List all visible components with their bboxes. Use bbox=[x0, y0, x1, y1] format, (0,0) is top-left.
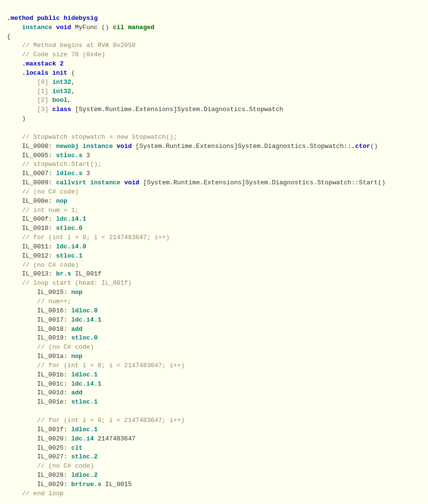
code-line bbox=[7, 124, 421, 133]
code-line: .method public hidebysig bbox=[7, 14, 421, 23]
code-line: IL_0005: stloc.s 3 bbox=[7, 151, 421, 161]
code-line: instance void MyFunc () cil managed bbox=[7, 23, 421, 33]
code-line: // (no C# code) bbox=[7, 343, 421, 352]
code-line: .maxstack 2 bbox=[7, 60, 421, 69]
code-line: // (no C# code) bbox=[7, 188, 421, 197]
code-line: IL_0020: ldc.i4 2147483647 bbox=[7, 435, 421, 444]
code-line: // loop start (head: IL_001f) bbox=[7, 279, 421, 288]
code-line: // int num = 1; bbox=[7, 206, 421, 215]
code-line: IL_0000: newobj instance void [System.Ru… bbox=[7, 142, 421, 151]
code-line: IL_0029: brtrue.s IL_0015 bbox=[7, 480, 421, 489]
code-line: IL_001b: ldloc.1 bbox=[7, 371, 421, 380]
code-line: IL_0016: ldloc.0 bbox=[7, 307, 421, 316]
code-line: // for (int i = 0; i < 2147483647; i++) bbox=[7, 361, 421, 371]
code-line: ) bbox=[7, 114, 421, 124]
code-line: IL_000e: nop bbox=[7, 197, 421, 206]
code-line bbox=[7, 407, 421, 416]
code-line: IL_001a: nop bbox=[7, 352, 421, 361]
code-line: IL_0019: stloc.0 bbox=[7, 334, 421, 343]
code-line bbox=[7, 499, 421, 504]
code-line: // num++; bbox=[7, 297, 421, 307]
code-line: IL_001e: stloc.1 bbox=[7, 398, 421, 407]
code-line: IL_001f: ldloc.1 bbox=[7, 425, 421, 435]
code-line: // for (int i = 0; i < 2147483647; i++) bbox=[7, 233, 421, 243]
code-line: // (no C# code) bbox=[7, 462, 421, 471]
code-line: // Method begins at RVA 0x2050 bbox=[7, 41, 421, 50]
code-line: // end loop bbox=[7, 489, 421, 499]
code-line: IL_0007: ldloc.s 3 bbox=[7, 169, 421, 179]
code-line: [3] class [System.Runtime.Extensions]Sys… bbox=[7, 105, 421, 114]
code-line: [0] int32, bbox=[7, 78, 421, 87]
code-line: .locals init ( bbox=[7, 69, 421, 78]
code-line: IL_0027: stloc.2 bbox=[7, 453, 421, 462]
code-line: IL_0015: nop bbox=[7, 288, 421, 297]
code-line: { bbox=[7, 33, 421, 42]
code-line: IL_0009: callvirt instance void [System.… bbox=[7, 179, 421, 188]
code-line: // for (int i = 0; i < 2147483647; i++) bbox=[7, 416, 421, 425]
code-line: IL_0012: stloc.1 bbox=[7, 252, 421, 261]
code-line: IL_001c: ldc.i4.1 bbox=[7, 380, 421, 389]
code-line: // stopwatch.Start(); bbox=[7, 160, 421, 169]
code-line: IL_0025: clt bbox=[7, 444, 421, 453]
code-line: IL_000f: ldc.i4.1 bbox=[7, 215, 421, 224]
code-line: IL_0011: ldc.i4.0 bbox=[7, 243, 421, 252]
code-line: [1] int32, bbox=[7, 87, 421, 97]
code-line: // Code size 78 (0x4e) bbox=[7, 50, 421, 60]
code-line: // (no C# code) bbox=[7, 261, 421, 270]
code-line: [2] bool, bbox=[7, 96, 421, 105]
code-line: IL_0018: add bbox=[7, 325, 421, 334]
code-line: IL_001d: add bbox=[7, 389, 421, 398]
code-line: // Stopwatch stopwatch = new Stopwatch()… bbox=[7, 133, 421, 142]
code-line: IL_0010: stloc.0 bbox=[7, 224, 421, 233]
code-line: IL_0017: ldc.i4.1 bbox=[7, 316, 421, 325]
code-line: IL_0028: ldloc.2 bbox=[7, 471, 421, 480]
code-line: IL_0013: br.s IL_001f bbox=[7, 270, 421, 279]
code-container: .method public hidebysig instance void M… bbox=[7, 5, 421, 504]
